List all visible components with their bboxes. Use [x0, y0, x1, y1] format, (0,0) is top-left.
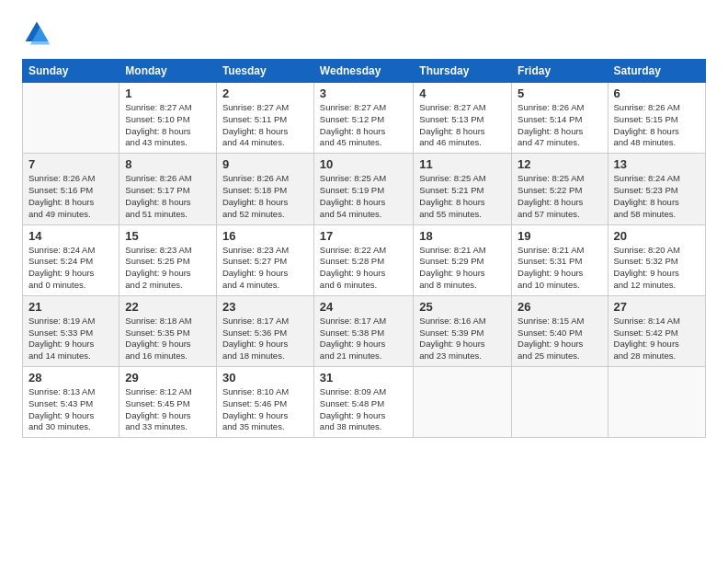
- calendar-cell: 1Sunrise: 8:27 AM Sunset: 5:10 PM Daylig…: [119, 83, 217, 154]
- calendar-cell: 20Sunrise: 8:20 AM Sunset: 5:32 PM Dayli…: [608, 224, 705, 295]
- day-number: 22: [125, 300, 210, 314]
- day-number: 19: [518, 229, 601, 243]
- day-number: 23: [222, 300, 308, 314]
- calendar-week-row: 1Sunrise: 8:27 AM Sunset: 5:10 PM Daylig…: [23, 83, 706, 154]
- day-info: Sunrise: 8:23 AM Sunset: 5:25 PM Dayligh…: [125, 245, 210, 292]
- calendar-cell: 31Sunrise: 8:09 AM Sunset: 5:48 PM Dayli…: [313, 367, 413, 438]
- page: SundayMondayTuesdayWednesdayThursdayFrid…: [0, 0, 728, 563]
- day-number: 17: [320, 229, 407, 243]
- day-info: Sunrise: 8:24 AM Sunset: 5:24 PM Dayligh…: [28, 245, 113, 292]
- day-info: Sunrise: 8:13 AM Sunset: 5:43 PM Dayligh…: [28, 386, 113, 433]
- day-info: Sunrise: 8:27 AM Sunset: 5:11 PM Dayligh…: [222, 102, 308, 149]
- header: [22, 18, 706, 48]
- calendar-cell: [414, 367, 512, 438]
- calendar-cell: 5Sunrise: 8:26 AM Sunset: 5:14 PM Daylig…: [512, 83, 608, 154]
- calendar-cell: 29Sunrise: 8:12 AM Sunset: 5:45 PM Dayli…: [119, 367, 217, 438]
- calendar-cell: 2Sunrise: 8:27 AM Sunset: 5:11 PM Daylig…: [216, 83, 313, 154]
- calendar-cell: 21Sunrise: 8:19 AM Sunset: 5:33 PM Dayli…: [23, 295, 119, 366]
- day-number: 10: [320, 157, 407, 171]
- calendar-cell: 14Sunrise: 8:24 AM Sunset: 5:24 PM Dayli…: [23, 224, 119, 295]
- day-info: Sunrise: 8:26 AM Sunset: 5:16 PM Dayligh…: [28, 173, 113, 220]
- day-info: Sunrise: 8:26 AM Sunset: 5:14 PM Dayligh…: [518, 102, 601, 149]
- calendar-cell: 8Sunrise: 8:26 AM Sunset: 5:17 PM Daylig…: [119, 154, 217, 224]
- day-info: Sunrise: 8:26 AM Sunset: 5:15 PM Dayligh…: [614, 102, 700, 149]
- day-info: Sunrise: 8:17 AM Sunset: 5:38 PM Dayligh…: [320, 316, 407, 362]
- calendar-cell: 11Sunrise: 8:25 AM Sunset: 5:21 PM Dayli…: [414, 154, 512, 224]
- weekday-header: Thursday: [414, 60, 512, 83]
- calendar-cell: 10Sunrise: 8:25 AM Sunset: 5:19 PM Dayli…: [313, 154, 413, 224]
- calendar-header-row: SundayMondayTuesdayWednesdayThursdayFrid…: [23, 60, 706, 83]
- calendar-cell: 24Sunrise: 8:17 AM Sunset: 5:38 PM Dayli…: [313, 295, 413, 366]
- day-info: Sunrise: 8:19 AM Sunset: 5:33 PM Dayligh…: [28, 316, 113, 362]
- day-number: 16: [222, 229, 308, 243]
- logo-icon: [22, 18, 51, 48]
- day-info: Sunrise: 8:18 AM Sunset: 5:35 PM Dayligh…: [125, 316, 210, 362]
- day-number: 30: [222, 371, 308, 385]
- calendar-cell: 22Sunrise: 8:18 AM Sunset: 5:35 PM Dayli…: [119, 295, 217, 366]
- calendar-cell: 17Sunrise: 8:22 AM Sunset: 5:28 PM Dayli…: [313, 224, 413, 295]
- day-info: Sunrise: 8:27 AM Sunset: 5:10 PM Dayligh…: [125, 102, 210, 149]
- day-info: Sunrise: 8:27 AM Sunset: 5:13 PM Dayligh…: [419, 102, 506, 149]
- day-number: 15: [125, 229, 210, 243]
- day-number: 24: [320, 300, 407, 314]
- calendar-week-row: 28Sunrise: 8:13 AM Sunset: 5:43 PM Dayli…: [23, 367, 706, 438]
- calendar-cell: 18Sunrise: 8:21 AM Sunset: 5:29 PM Dayli…: [414, 224, 512, 295]
- day-number: 11: [419, 157, 506, 171]
- day-number: 4: [419, 86, 506, 100]
- day-info: Sunrise: 8:23 AM Sunset: 5:27 PM Dayligh…: [222, 245, 308, 292]
- day-info: Sunrise: 8:16 AM Sunset: 5:39 PM Dayligh…: [419, 316, 506, 362]
- day-info: Sunrise: 8:26 AM Sunset: 5:17 PM Dayligh…: [125, 173, 210, 220]
- day-number: 21: [28, 300, 113, 314]
- day-number: 26: [518, 300, 601, 314]
- calendar-table: SundayMondayTuesdayWednesdayThursdayFrid…: [22, 59, 706, 438]
- weekday-header: Monday: [119, 60, 217, 83]
- day-number: 3: [320, 86, 407, 100]
- day-info: Sunrise: 8:21 AM Sunset: 5:31 PM Dayligh…: [518, 245, 601, 292]
- calendar-week-row: 7Sunrise: 8:26 AM Sunset: 5:16 PM Daylig…: [23, 154, 706, 224]
- day-number: 18: [419, 229, 506, 243]
- day-number: 27: [614, 300, 700, 314]
- calendar-cell: 30Sunrise: 8:10 AM Sunset: 5:46 PM Dayli…: [216, 367, 313, 438]
- day-info: Sunrise: 8:27 AM Sunset: 5:12 PM Dayligh…: [320, 102, 407, 149]
- weekday-header: Tuesday: [216, 60, 313, 83]
- day-info: Sunrise: 8:09 AM Sunset: 5:48 PM Dayligh…: [320, 386, 407, 433]
- weekday-header: Wednesday: [313, 60, 413, 83]
- day-info: Sunrise: 8:25 AM Sunset: 5:19 PM Dayligh…: [320, 173, 407, 220]
- calendar-cell: 13Sunrise: 8:24 AM Sunset: 5:23 PM Dayli…: [608, 154, 705, 224]
- calendar-cell: 15Sunrise: 8:23 AM Sunset: 5:25 PM Dayli…: [119, 224, 217, 295]
- calendar-cell: [512, 367, 608, 438]
- day-info: Sunrise: 8:12 AM Sunset: 5:45 PM Dayligh…: [125, 386, 210, 433]
- day-info: Sunrise: 8:14 AM Sunset: 5:42 PM Dayligh…: [614, 316, 700, 362]
- day-number: 6: [614, 86, 700, 100]
- day-number: 14: [28, 229, 113, 243]
- day-info: Sunrise: 8:26 AM Sunset: 5:18 PM Dayligh…: [222, 173, 308, 220]
- day-info: Sunrise: 8:22 AM Sunset: 5:28 PM Dayligh…: [320, 245, 407, 292]
- day-number: 13: [614, 157, 700, 171]
- day-number: 2: [222, 86, 308, 100]
- day-info: Sunrise: 8:24 AM Sunset: 5:23 PM Dayligh…: [614, 173, 700, 220]
- day-number: 20: [614, 229, 700, 243]
- calendar-cell: 26Sunrise: 8:15 AM Sunset: 5:40 PM Dayli…: [512, 295, 608, 366]
- day-info: Sunrise: 8:25 AM Sunset: 5:21 PM Dayligh…: [419, 173, 506, 220]
- calendar-cell: 4Sunrise: 8:27 AM Sunset: 5:13 PM Daylig…: [414, 83, 512, 154]
- day-info: Sunrise: 8:25 AM Sunset: 5:22 PM Dayligh…: [518, 173, 601, 220]
- calendar-cell: 7Sunrise: 8:26 AM Sunset: 5:16 PM Daylig…: [23, 154, 119, 224]
- day-number: 1: [125, 86, 210, 100]
- calendar-cell: 12Sunrise: 8:25 AM Sunset: 5:22 PM Dayli…: [512, 154, 608, 224]
- calendar-cell: 23Sunrise: 8:17 AM Sunset: 5:36 PM Dayli…: [216, 295, 313, 366]
- calendar-cell: 27Sunrise: 8:14 AM Sunset: 5:42 PM Dayli…: [608, 295, 705, 366]
- calendar-week-row: 21Sunrise: 8:19 AM Sunset: 5:33 PM Dayli…: [23, 295, 706, 366]
- calendar-cell: 25Sunrise: 8:16 AM Sunset: 5:39 PM Dayli…: [414, 295, 512, 366]
- calendar-cell: [23, 83, 119, 154]
- day-number: 8: [125, 157, 210, 171]
- day-info: Sunrise: 8:20 AM Sunset: 5:32 PM Dayligh…: [614, 245, 700, 292]
- calendar-cell: 28Sunrise: 8:13 AM Sunset: 5:43 PM Dayli…: [23, 367, 119, 438]
- day-number: 29: [125, 371, 210, 385]
- day-number: 12: [518, 157, 601, 171]
- day-number: 9: [222, 157, 308, 171]
- day-number: 7: [28, 157, 113, 171]
- day-number: 28: [28, 371, 113, 385]
- day-number: 5: [518, 86, 601, 100]
- calendar-cell: 3Sunrise: 8:27 AM Sunset: 5:12 PM Daylig…: [313, 83, 413, 154]
- calendar-cell: 6Sunrise: 8:26 AM Sunset: 5:15 PM Daylig…: [608, 83, 705, 154]
